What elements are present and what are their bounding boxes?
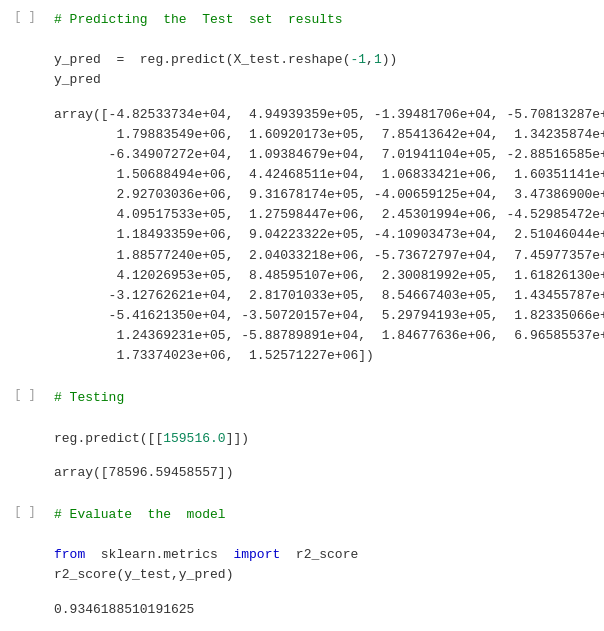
cell-2-gutter: [ ]	[0, 382, 50, 454]
output-line: 1.24369231e+05, -5.88789891e+04, 1.84677…	[54, 326, 596, 346]
keyword: import	[233, 547, 280, 562]
keyword: from	[54, 547, 85, 562]
code-line	[54, 409, 596, 429]
output-line: -5.41621350e+04, -3.50720157e+04, 5.2979…	[54, 306, 596, 326]
code-line: reg.predict([[159516.0]])	[54, 429, 596, 449]
code-line: # Evaluate the model	[54, 505, 596, 525]
cell-2[interactable]: [ ] # Testing reg.predict([[159516.0]])	[0, 378, 604, 458]
number-literal: 159516.0	[163, 431, 225, 446]
cell-1-output: array([-4.82533734e+04, 4.94939359e+05, …	[50, 101, 604, 371]
cell-3-gutter: [ ]	[0, 499, 50, 592]
output-line: array([78596.59458557])	[54, 463, 596, 483]
code-line: y_pred	[54, 70, 596, 90]
code-line: # Testing	[54, 388, 596, 408]
notebook: [ ] # Predicting the Test set results y_…	[0, 0, 604, 631]
output-line: -6.34907272e+04, 1.09384679e+04, 7.01941…	[54, 145, 596, 165]
code-line: r2_score(y_test,y_pred)	[54, 565, 596, 585]
code-line: y_pred = reg.predict(X_test.reshape(-1,1…	[54, 50, 596, 70]
cell-3-code[interactable]: # Evaluate the model from sklearn.metric…	[50, 499, 604, 592]
code-line: from sklearn.metrics import r2_score	[54, 545, 596, 565]
cell-2-code[interactable]: # Testing reg.predict([[159516.0]])	[50, 382, 604, 454]
cell-3-output: 0.9346188510191625	[50, 596, 604, 624]
output-line: 2.92703036e+06, 9.31678174e+05, -4.00659…	[54, 185, 596, 205]
output-line: 1.73374023e+06, 1.52571227e+06])	[54, 346, 596, 366]
output-line: 1.18493359e+06, 9.04223322e+05, -4.10903…	[54, 225, 596, 245]
cell-1-code[interactable]: # Predicting the Test set results y_pred…	[50, 4, 604, 97]
cell-1-gutter: [ ]	[0, 4, 50, 97]
comment: # Evaluate the model	[54, 507, 226, 522]
cell-2-output: array([78596.59458557])	[50, 459, 604, 487]
cell-1[interactable]: [ ] # Predicting the Test set results y_…	[0, 0, 604, 101]
code-line: # Predicting the Test set results	[54, 10, 596, 30]
output-line: 4.12026953e+05, 8.48595107e+06, 2.300819…	[54, 266, 596, 286]
output-line: array([-4.82533734e+04, 4.94939359e+05, …	[54, 105, 596, 125]
comment: # Predicting the Test set results	[54, 12, 343, 27]
code-line	[54, 525, 596, 545]
output-line: 4.09517533e+05, 1.27598447e+06, 2.453019…	[54, 205, 596, 225]
cell-3[interactable]: [ ] # Evaluate the model from sklearn.me…	[0, 495, 604, 596]
output-line: 1.88577240e+05, 2.04033218e+06, -5.73672…	[54, 246, 596, 266]
output-line: 0.9346188510191625	[54, 600, 596, 620]
output-line: 1.50688494e+06, 4.42468511e+04, 1.068334…	[54, 165, 596, 185]
output-line: -3.12762621e+04, 2.81701033e+05, 8.54667…	[54, 286, 596, 306]
output-line: 1.79883549e+06, 1.60920173e+05, 7.854136…	[54, 125, 596, 145]
cell-separator	[0, 370, 604, 378]
comment: # Testing	[54, 390, 124, 405]
code-line	[54, 30, 596, 50]
cell-separator	[0, 487, 604, 495]
